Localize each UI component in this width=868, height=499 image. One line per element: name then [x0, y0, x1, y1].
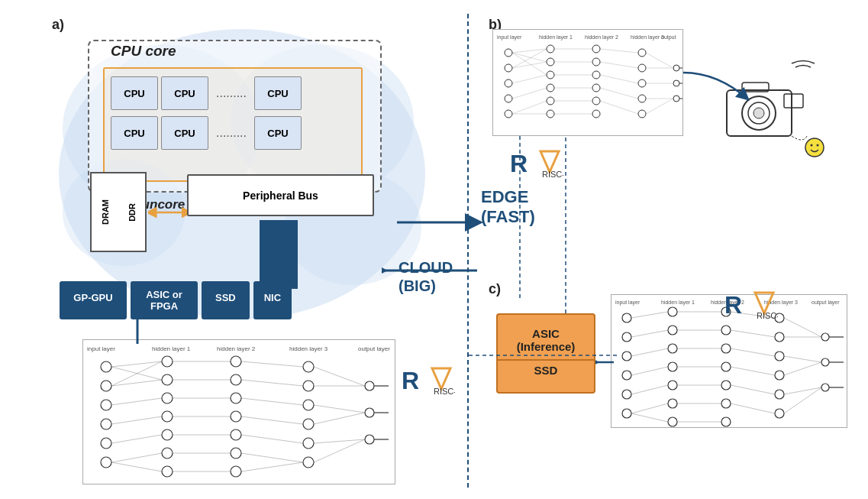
svg-point-161 [622, 371, 631, 380]
svg-point-23 [547, 84, 554, 92]
svg-line-142 [314, 405, 365, 413]
svg-point-24 [547, 97, 554, 105]
svg-line-138 [241, 453, 303, 462]
svg-line-139 [241, 462, 303, 471]
svg-rect-78 [784, 94, 803, 108]
svg-line-123 [111, 435, 162, 443]
svg-point-17 [505, 79, 512, 87]
svg-point-21 [547, 58, 554, 66]
svg-line-124 [111, 453, 162, 462]
svg-point-20 [547, 45, 554, 53]
svg-line-45 [512, 75, 547, 83]
cpu-chip-4: CPU [111, 116, 158, 150]
svg-point-105 [231, 429, 241, 440]
svg-point-106 [231, 448, 241, 458]
svg-point-96 [162, 393, 173, 403]
svg-line-140 [314, 367, 365, 386]
cpu-dots-1: ......... [211, 86, 251, 100]
svg-line-190 [631, 367, 668, 375]
svg-point-18 [505, 95, 512, 102]
svg-point-164 [668, 307, 677, 316]
cpu-core-label: CPU core [111, 43, 176, 60]
svg-line-125 [111, 462, 162, 471]
svg-point-103 [231, 393, 241, 403]
svg-line-210 [784, 362, 821, 375]
ssd-button: SSD [202, 281, 250, 319]
svg-point-98 [162, 429, 173, 440]
svg-marker-217 [755, 293, 773, 313]
svg-point-181 [775, 371, 784, 380]
svg-point-80 [811, 144, 813, 147]
svg-line-121 [111, 398, 162, 405]
svg-point-116 [365, 435, 374, 444]
dotted-to-c [469, 350, 618, 365]
svg-line-133 [241, 361, 303, 367]
svg-line-137 [241, 435, 303, 443]
svg-point-26 [592, 45, 600, 53]
svg-point-175 [721, 381, 731, 390]
cpu-chip-1: CPU [111, 76, 158, 110]
svg-point-113 [303, 457, 314, 468]
nic-button: NIC [253, 281, 292, 319]
svg-point-114 [365, 381, 374, 390]
dram-box: DRAM [90, 172, 121, 252]
cpu-chips-wrapper: CPU CPU ......... CPU CPU CPU ......... … [103, 67, 363, 182]
svg-point-94 [162, 356, 173, 367]
svg-point-174 [721, 362, 731, 371]
svg-point-28 [592, 71, 600, 79]
svg-text:R: R [402, 367, 419, 394]
svg-line-119 [111, 361, 162, 386]
svg-text:hidden layer 1: hidden layer 1 [152, 345, 191, 352]
svg-line-60 [646, 53, 673, 68]
svg-line-58 [600, 88, 638, 99]
svg-point-111 [303, 419, 314, 429]
svg-point-101 [231, 356, 241, 367]
svg-text:input layer: input layer [497, 34, 522, 41]
svg-rect-9 [273, 228, 285, 281]
dotted-to-bottom [469, 136, 572, 303]
svg-line-188 [631, 330, 668, 337]
riscv-logo-c: R RISC-V [724, 287, 778, 324]
svg-point-177 [721, 417, 731, 426]
svg-line-189 [631, 348, 668, 356]
svg-line-120 [111, 380, 162, 386]
svg-line-117 [111, 361, 162, 367]
svg-text:RISC-V: RISC-V [434, 387, 455, 396]
svg-text:output layer: output layer [812, 300, 840, 306]
svg-text:hidden layer 2: hidden layer 2 [217, 345, 256, 352]
svg-point-173 [721, 344, 731, 353]
cpu-chip-6: CPU [254, 116, 302, 150]
svg-point-108 [303, 361, 314, 372]
svg-line-57 [600, 75, 638, 83]
svg-point-25 [547, 110, 554, 118]
svg-line-206 [731, 403, 775, 413]
svg-point-168 [668, 381, 677, 390]
svg-text:R: R [724, 291, 742, 319]
svg-text:output: output [661, 34, 676, 41]
svg-line-42 [512, 53, 547, 75]
svg-line-187 [631, 312, 668, 318]
ddr-box: DDR [119, 172, 147, 252]
svg-line-191 [631, 385, 668, 394]
svg-text:hidden layer 3: hidden layer 3 [631, 34, 664, 41]
svg-point-90 [101, 400, 111, 410]
svg-line-55 [600, 49, 638, 53]
svg-line-212 [784, 387, 821, 413]
svg-line-44 [512, 62, 547, 68]
svg-point-31 [592, 110, 600, 118]
dram-double-arrow [148, 205, 190, 223]
riscv-logo-bottom: R RISC-V [402, 362, 455, 400]
svg-point-29 [592, 84, 600, 92]
svg-point-166 [668, 344, 677, 353]
svg-point-79 [805, 138, 824, 157]
svg-point-19 [505, 110, 512, 118]
svg-point-22 [547, 71, 554, 79]
svg-point-102 [231, 374, 241, 385]
svg-line-205 [731, 385, 775, 394]
svg-line-143 [314, 413, 365, 424]
svg-point-160 [622, 352, 631, 361]
svg-point-167 [668, 362, 677, 371]
svg-point-91 [101, 419, 111, 429]
svg-line-41 [512, 53, 547, 62]
svg-point-115 [365, 408, 374, 417]
